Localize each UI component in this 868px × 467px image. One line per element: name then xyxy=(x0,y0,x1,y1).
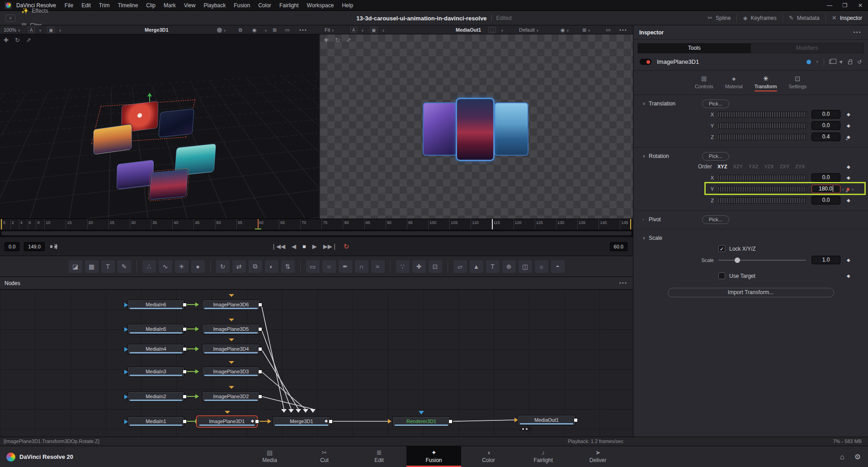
expand-icon[interactable]: ⇗ xyxy=(26,37,31,43)
page-tab-deliver[interactable]: ➤Deliver xyxy=(571,446,625,467)
render-range-start[interactable] xyxy=(1,219,2,229)
rotation-x-slider[interactable] xyxy=(717,175,807,181)
next-keyframe-icon[interactable]: › xyxy=(852,186,854,192)
pivot-pick-button[interactable]: Pick... xyxy=(702,215,729,224)
right-viewer-options-icon[interactable]: ••• xyxy=(619,25,627,34)
node-output[interactable] xyxy=(183,303,187,307)
right-viewer-wheel-icon[interactable]: ◉ ∨ xyxy=(561,25,569,34)
node-output[interactable] xyxy=(574,418,578,422)
merge-icon[interactable]: ⧉ xyxy=(249,260,262,273)
order-option-yxz[interactable]: YXZ xyxy=(749,164,758,169)
node-output[interactable] xyxy=(183,370,187,374)
node-output[interactable] xyxy=(258,395,262,399)
tab-modifiers[interactable]: Modifiers xyxy=(751,43,864,53)
tool-tab-material[interactable]: ●Material xyxy=(725,75,743,95)
page-tab-color[interactable]: ◑Color xyxy=(461,446,516,467)
page-tab-cut[interactable]: ✂Cut xyxy=(297,446,352,467)
node-output[interactable] xyxy=(258,370,262,374)
order-option-zyx[interactable]: ZYX xyxy=(795,164,805,169)
go-to-end-button[interactable]: ▶▶❘ xyxy=(323,243,337,250)
rotation-x-value[interactable]: 0.0 xyxy=(811,173,840,182)
spotlight-icon[interactable]: ☼ xyxy=(535,260,548,273)
rotation-z-slider[interactable] xyxy=(717,197,807,204)
chevron-right-icon[interactable]: › xyxy=(642,217,649,222)
metadata-button[interactable]: ✎Metadata xyxy=(783,11,826,25)
prender-icon[interactable]: ⊡ xyxy=(429,260,442,273)
right-viewer-view-chevron[interactable]: ∨ xyxy=(382,25,385,34)
audio-mute-icon[interactable] xyxy=(50,244,57,249)
versions-icon[interactable] xyxy=(829,60,834,64)
node-mediain5[interactable]: MediaIn5 xyxy=(127,324,184,334)
node-enable-toggle[interactable] xyxy=(640,59,651,65)
order-option-zxy[interactable]: ZXY xyxy=(780,164,789,169)
timeline-scrollbar[interactable] xyxy=(0,229,633,237)
page-tab-fusion[interactable]: ✦Fusion xyxy=(406,446,461,467)
polygon-mask-icon[interactable]: ✒ xyxy=(339,260,352,273)
fastnoise-icon[interactable]: ▦ xyxy=(85,260,99,273)
right-viewer-view-button[interactable]: ▣ xyxy=(370,27,377,33)
node-mediain6[interactable]: MediaIn6 xyxy=(127,300,184,310)
node-imageplane3d1[interactable]: ImagePlane3D1◆ xyxy=(197,416,257,427)
menu-playback[interactable]: Playback xyxy=(199,2,230,9)
wiggle-mask-icon[interactable]: ≈ xyxy=(371,260,385,273)
right-viewer-region-button[interactable]: ⬚ xyxy=(488,27,496,33)
rotate-icon[interactable]: ↻ xyxy=(335,37,340,43)
range-end-field[interactable]: 149.0 xyxy=(24,242,45,251)
media-pool-button[interactable]: ▤Media Pool xyxy=(15,0,63,4)
scene-card-ship[interactable] xyxy=(149,169,188,200)
translation-z-value[interactable]: 0.4 xyxy=(811,133,840,141)
rotate-icon[interactable]: ↻ xyxy=(15,37,20,43)
ui-layout-dropdown[interactable]: ∨ xyxy=(5,14,15,22)
scale-value[interactable]: 1.0 xyxy=(811,256,840,264)
go-to-start-button[interactable]: ❘◀◀ xyxy=(271,243,285,250)
scale-slider[interactable] xyxy=(718,260,806,261)
chevron-down-icon[interactable]: ∨ xyxy=(642,101,649,106)
menu-trim[interactable]: Trim xyxy=(95,2,114,9)
keyframe-diamond-icon[interactable]: ◆ xyxy=(847,257,850,262)
page-tab-fairlight[interactable]: ♪Fairlight xyxy=(516,446,571,467)
color-curves-icon[interactable]: ∿ xyxy=(159,260,172,273)
node-output[interactable] xyxy=(255,419,259,424)
menu-view[interactable]: View xyxy=(180,2,200,9)
page-tab-edit[interactable]: ≣Edit xyxy=(352,446,406,467)
right-viewer-lut-select[interactable]: Default ∨ xyxy=(519,25,539,34)
menu-edit[interactable]: Edit xyxy=(77,2,95,9)
inspector-options-icon[interactable]: ••• xyxy=(853,29,862,36)
left-viewer-channel-chevron[interactable]: ∨ xyxy=(39,25,42,34)
node-renderer3d1[interactable]: Renderer3D1 xyxy=(392,416,450,427)
node-input[interactable] xyxy=(124,327,130,332)
translation-y-value[interactable]: 0.0 xyxy=(811,121,840,130)
effects-button[interactable]: ✨Effects xyxy=(15,4,63,18)
page-tab-media[interactable]: ▤Media xyxy=(242,446,297,467)
translation-x-value[interactable]: 0.0 xyxy=(811,110,840,119)
renderer3d-icon[interactable]: ◓ xyxy=(551,260,565,273)
render-range-end[interactable] xyxy=(630,219,631,229)
tool-tab-settings[interactable]: ⊡Settings xyxy=(789,75,807,95)
lock-xyz-checkbox[interactable]: ✓ xyxy=(718,245,725,252)
inspector-button[interactable]: ✕Inspector xyxy=(826,11,868,25)
node-mediain3[interactable]: MediaIn3 xyxy=(127,367,184,377)
left-viewer-float-icon[interactable]: ⧉ xyxy=(239,25,242,34)
node-imageplane3d4[interactable]: ImagePlane3D4 xyxy=(202,344,260,354)
right-viewer-channel-button[interactable]: A xyxy=(350,27,357,33)
scale-slider-thumb[interactable] xyxy=(735,257,740,263)
spline-button[interactable]: ✂Spline xyxy=(702,11,736,25)
menu-file[interactable]: File xyxy=(61,2,77,9)
order-option-xyz[interactable]: XYZ xyxy=(717,164,727,169)
reset-icon[interactable]: ↺ xyxy=(857,59,862,65)
keyframe-set-icon[interactable]: ◆ xyxy=(846,186,850,191)
imageplane3d-icon[interactable]: ▱ xyxy=(453,260,467,273)
node-mediain2[interactable]: MediaIn2 xyxy=(127,391,184,402)
merge3d-icon[interactable]: ⊕ xyxy=(502,260,516,273)
transform-icon[interactable]: ↻ xyxy=(216,260,230,273)
order-option-xzy[interactable]: XZY xyxy=(733,164,742,169)
loop-button[interactable]: ↻ xyxy=(344,243,349,251)
node-output[interactable] xyxy=(258,347,262,351)
node-imageplane3d2[interactable]: ImagePlane3D2 xyxy=(202,391,260,402)
node-mediaout1[interactable]: MediaOut1 xyxy=(518,415,576,425)
tab-tools[interactable]: Tools xyxy=(638,43,751,53)
node-output[interactable] xyxy=(448,419,453,424)
blur-icon[interactable]: ∴ xyxy=(142,260,156,273)
keyframe-diamond-icon[interactable]: ◆ xyxy=(847,164,850,169)
menu-mark[interactable]: Mark xyxy=(160,2,180,9)
